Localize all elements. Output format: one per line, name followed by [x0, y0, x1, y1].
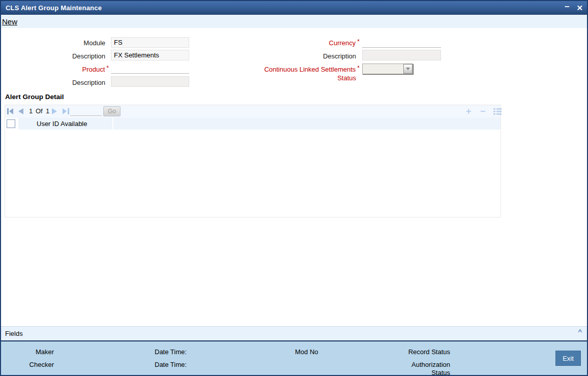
currency-label: Currency*	[188, 39, 360, 47]
currency-description-field	[362, 50, 441, 60]
audit-footer: Maker Checker Date Time: Date Time: Mod …	[1, 340, 587, 375]
dropdown-arrow-icon[interactable]	[403, 64, 413, 74]
required-asterisk: *	[357, 38, 360, 45]
column-header-filler	[113, 118, 501, 130]
collapse-chevron-icon[interactable]: ^	[578, 328, 582, 335]
column-header-user-id-available[interactable]: User ID Available	[18, 118, 112, 130]
product-description-label: Description	[1, 79, 105, 86]
cls-status-label: Continuous Linked Settlements*	[188, 66, 360, 73]
authorization-status-label: Authorization Status	[383, 361, 450, 376]
required-asterisk: *	[106, 65, 109, 72]
next-page-icon[interactable]	[52, 108, 57, 114]
add-row-icon[interactable]: +	[466, 106, 472, 117]
exit-button[interactable]: Exit	[555, 351, 581, 366]
checker-label: Checker	[1, 361, 54, 368]
form-area: Module Description Product* Description …	[1, 28, 587, 326]
previous-page-icon[interactable]	[18, 108, 24, 114]
mod-no-label: Mod No	[295, 348, 318, 356]
module-field	[111, 37, 189, 48]
module-description-label: Description	[1, 52, 105, 60]
first-page-icon[interactable]	[7, 108, 14, 114]
grid-header-row: User ID Available	[5, 118, 501, 130]
minimize-icon[interactable]: –	[565, 2, 569, 14]
product-label: Product*	[1, 66, 109, 73]
currency-field[interactable]	[362, 37, 441, 48]
fields-label: Fields	[5, 330, 23, 337]
grid-body-empty[interactable]	[5, 130, 501, 217]
single-view-icon[interactable]	[493, 108, 502, 115]
module-description-field	[111, 50, 189, 60]
current-page-number: 1	[29, 107, 33, 115]
delete-row-icon[interactable]: −	[480, 106, 486, 117]
grid-pagination-toolbar: 1 Of 1 Go + −	[5, 105, 501, 118]
page-number-input[interactable]	[70, 107, 102, 116]
title-bar: CLS Alert Group Maintenance – ✕	[1, 1, 587, 15]
select-all-checkbox[interactable]	[7, 119, 15, 128]
total-pages: 1	[46, 107, 49, 115]
action-menu-bar: New	[1, 15, 587, 28]
maker-label: Maker	[1, 348, 54, 356]
close-icon[interactable]: ✕	[576, 4, 583, 12]
alert-group-detail-grid: 1 Of 1 Go + −	[5, 105, 501, 217]
new-action-link[interactable]: New	[2, 17, 17, 26]
alert-group-detail-heading: Alert Group Detail	[5, 93, 64, 101]
cls-status-dropdown[interactable]	[362, 64, 413, 74]
window-title: CLS Alert Group Maintenance	[1, 4, 102, 12]
last-page-icon[interactable]	[63, 108, 69, 114]
checker-datetime-label: Date Time:	[155, 361, 187, 368]
record-status-label: Record Status	[383, 348, 450, 356]
product-field[interactable]	[111, 63, 189, 74]
module-label: Module	[1, 39, 105, 47]
currency-description-label: Description	[188, 52, 356, 60]
go-button[interactable]: Go	[103, 106, 121, 116]
cls-status-label-line2: Status	[188, 74, 356, 82]
maker-datetime-label: Date Time:	[155, 348, 187, 356]
product-description-field	[111, 76, 189, 87]
fields-section-bar: Fields ^	[1, 326, 587, 340]
page-of-label: Of	[36, 107, 43, 115]
cls-alert-group-maintenance-window: CLS Alert Group Maintenance – ✕ New Modu…	[0, 0, 588, 376]
required-asterisk: *	[357, 65, 360, 72]
